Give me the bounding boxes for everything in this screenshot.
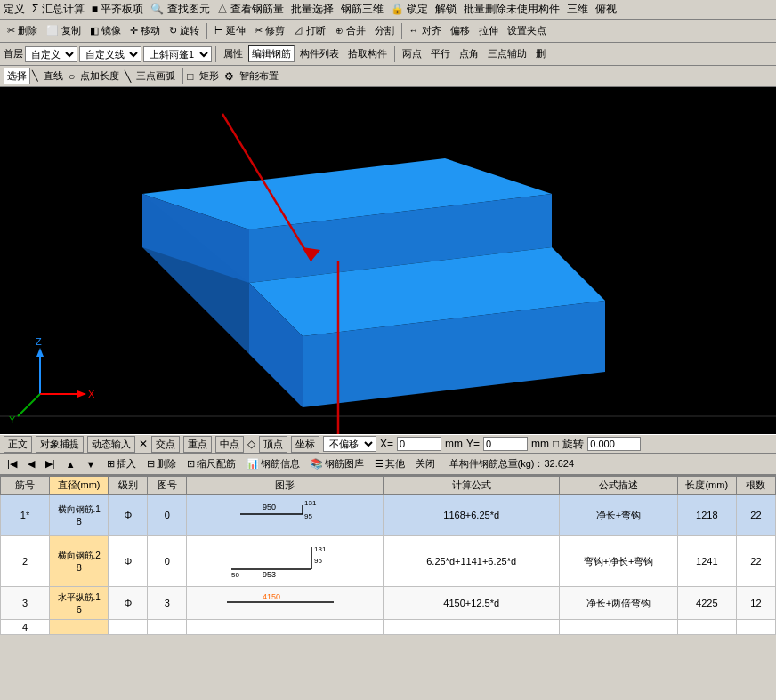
btn-merge[interactable]: ⊕ 合并 <box>332 22 369 39</box>
status-dynin[interactable]: 动态输入 <box>87 436 135 453</box>
cell-figno-3: 3 <box>148 587 187 620</box>
cell-length-1: 1218 <box>677 495 736 536</box>
btn-rotate[interactable]: ↻ 旋转 <box>166 22 203 39</box>
rebar-lib[interactable]: 📚 钢筋图库 <box>307 455 368 472</box>
status-midpoint[interactable]: 中点 <box>215 436 244 453</box>
rotate-input[interactable] <box>587 437 641 451</box>
svg-text:131: 131 <box>304 499 317 507</box>
layer-label: 首层 <box>4 47 23 60</box>
table-row[interactable]: 2 横向钢筋.2 8 Φ 0 953 50 131 <box>1 536 776 587</box>
svg-text:Y: Y <box>9 414 16 425</box>
col-header-figno: 图号 <box>148 477 187 495</box>
rebar-other[interactable]: ☰ 其他 <box>371 455 408 472</box>
snap-pointlen[interactable]: 点加长度 <box>77 68 123 84</box>
menu-3d[interactable]: 钢筋三维 <box>341 2 384 17</box>
snap-rect[interactable]: 矩形 <box>196 68 222 84</box>
status-coord[interactable]: 坐标 <box>291 436 319 453</box>
cell-figure-2: 953 50 131 95 <box>187 536 384 587</box>
snap-smart[interactable]: 智能布置 <box>236 68 282 84</box>
btn-trim[interactable]: ✂ 修剪 <box>251 22 288 39</box>
btn-delete[interactable]: ✂ 删除 <box>4 22 41 39</box>
cell-grade-2: Φ <box>109 536 148 587</box>
sep4 <box>394 46 395 62</box>
btn-break[interactable]: ⊿ 打断 <box>290 22 329 39</box>
status-vertex[interactable]: 顶点 <box>259 436 287 453</box>
menu-batch[interactable]: 批量选择 <box>291 2 334 17</box>
cell-diameter-1: 横向钢筋.1 8 <box>50 495 109 536</box>
cell-figno-2: 0 <box>148 536 187 587</box>
snap-arc[interactable]: 三点画弧 <box>133 68 179 84</box>
btn-offset[interactable]: 偏移 <box>447 22 473 39</box>
menu-unlock[interactable]: 解锁 <box>435 2 457 17</box>
rebar-up[interactable]: ▲ <box>62 457 79 471</box>
table-row[interactable]: 4 <box>1 620 776 635</box>
btn-del2[interactable]: 删 <box>532 45 549 62</box>
cell-figure-3: 4150 <box>187 587 384 620</box>
snap-select[interactable]: 选择 <box>4 68 30 84</box>
layer-type-select[interactable]: 自定义线 <box>79 46 141 62</box>
figure-svg-3: 4150 <box>222 589 347 616</box>
status-key[interactable]: 重点 <box>183 436 212 453</box>
svg-text:X: X <box>88 389 95 399</box>
menu-align[interactable]: ■ 平齐板项 <box>92 2 144 17</box>
cell-count-4 <box>736 620 775 635</box>
menu-find[interactable]: 🔍 查找图元 <box>150 2 209 17</box>
rebar-info[interactable]: 📊 钢筋信息 <box>243 455 303 472</box>
rebar-scale[interactable]: ⊡ 缩尺配筋 <box>183 455 239 472</box>
menu-calc[interactable]: Σ 汇总计算 <box>32 2 85 17</box>
menu-lock[interactable]: 🔒 锁定 <box>391 2 428 17</box>
cell-jinghao-3: 3 <box>1 587 50 620</box>
btn-property[interactable]: 属性 <box>220 45 247 62</box>
cell-length-2: 1241 <box>677 536 736 587</box>
layer-select[interactable]: 自定义 <box>25 46 77 62</box>
cell-length-4 <box>677 620 736 635</box>
btn-edit-rebar[interactable]: 编辑钢筋 <box>248 45 295 62</box>
btn-parallel[interactable]: 平行 <box>427 45 454 62</box>
btn-twopoint[interactable]: 两点 <box>399 45 425 62</box>
btn-threepoint[interactable]: 三点辅助 <box>484 45 530 62</box>
rebar-delete[interactable]: ⊟ 删除 <box>143 455 180 472</box>
btn-stretch[interactable]: 拉伸 <box>475 22 502 39</box>
btn-mirror[interactable]: ◧ 镜像 <box>86 22 125 39</box>
table-row[interactable]: 1* 横向钢筋.1 8 Φ 0 950 131 95 <box>1 495 776 536</box>
menu-view-rebar[interactable]: △ 查看钢筋量 <box>217 2 284 17</box>
btn-pick[interactable]: 拾取构件 <box>344 45 391 62</box>
menu-define[interactable]: 定义 <box>4 2 25 17</box>
rebar-insert[interactable]: ⊞ 插入 <box>103 455 140 472</box>
rebar-table[interactable]: 筋号 直径(mm) 级别 图号 图形 计算公式 公式描述 长度(mm) 根数 1… <box>0 475 776 635</box>
rebar-next-last[interactable]: ▶| <box>42 456 59 471</box>
btn-split[interactable]: 分割 <box>371 22 398 39</box>
rotate-label: 旋转 <box>562 437 584 452</box>
cell-count-3: 12 <box>736 587 775 620</box>
rebar-prev[interactable]: ◀ <box>24 456 38 471</box>
status-normal[interactable]: 正文 <box>4 436 32 453</box>
table-row[interactable]: 3 水平纵筋.1 6 Φ 3 4150 4150+12.5*d 净长+两倍弯钩 … <box>1 587 776 620</box>
btn-copy[interactable]: ⬜ 复制 <box>43 22 85 39</box>
col-header-count: 根数 <box>736 477 775 495</box>
cell-formula-2: 6.25*d+1141+6.25*d <box>383 536 559 587</box>
col-header-figure: 图形 <box>187 477 384 495</box>
btn-extend[interactable]: ⊢ 延伸 <box>211 22 249 39</box>
element-select[interactable]: 上斜雨篷1 <box>143 46 212 62</box>
offset-select[interactable]: 不偏移 <box>323 436 376 452</box>
btn-setgrip[interactable]: 设置夹点 <box>504 22 550 39</box>
x-input[interactable] <box>397 437 441 451</box>
rebar-prev-first[interactable]: |◀ <box>4 456 20 471</box>
y-input[interactable] <box>483 437 528 451</box>
status-sep: ✕ <box>139 438 148 450</box>
cell-figure-1: 950 131 95 <box>187 495 384 536</box>
viewport-3d[interactable]: Z X Y <box>0 87 776 434</box>
rebar-close[interactable]: 关闭 <box>412 455 439 472</box>
menu-3d-view[interactable]: 三维 <box>567 2 588 17</box>
status-snap[interactable]: 对象捕提 <box>36 436 84 453</box>
btn-pointangle[interactable]: 点角 <box>456 45 482 62</box>
snap-line[interactable]: 直线 <box>40 68 67 84</box>
menu-delete-unused[interactable]: 批量删除未使用构件 <box>464 2 560 17</box>
btn-move[interactable]: ✛ 移动 <box>126 22 164 39</box>
btn-comp-list[interactable]: 构件列表 <box>296 45 343 62</box>
menu-top-view[interactable]: 俯视 <box>595 2 617 17</box>
col-header-jinghao: 筋号 <box>1 477 50 495</box>
rebar-down[interactable]: ▼ <box>83 457 100 471</box>
btn-align[interactable]: ↔ 对齐 <box>406 22 445 39</box>
status-intersect[interactable]: 交点 <box>151 436 180 453</box>
